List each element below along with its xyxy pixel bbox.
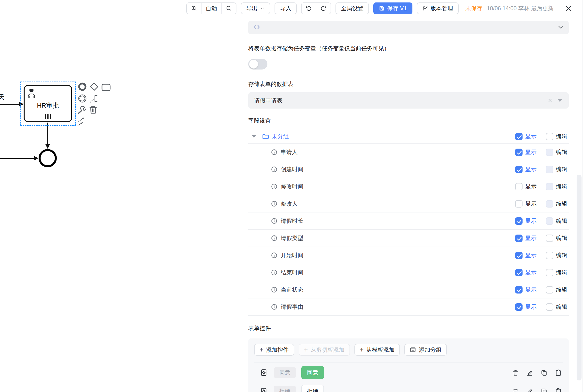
append-end-event-icon[interactable] bbox=[78, 82, 87, 92]
zoom-out-button[interactable] bbox=[221, 3, 236, 14]
widget-row: 拒绝 拒绝 bbox=[254, 382, 563, 392]
store-as-task-var-toggle[interactable] bbox=[248, 59, 267, 70]
show-label: 显示 bbox=[525, 183, 538, 190]
paste-clipboard-icon[interactable] bbox=[555, 388, 562, 392]
show-checkbox[interactable] bbox=[515, 133, 522, 140]
append-gateway-icon[interactable] bbox=[89, 82, 99, 92]
import-button[interactable]: 导入 bbox=[275, 2, 297, 14]
panel-scrollbar[interactable] bbox=[576, 175, 581, 380]
show-checkbox[interactable] bbox=[515, 286, 522, 294]
edit-pencil-icon[interactable] bbox=[526, 388, 533, 392]
show-checkbox[interactable] bbox=[515, 217, 522, 225]
info-icon bbox=[271, 149, 277, 156]
close-button[interactable] bbox=[565, 5, 572, 12]
add-group-button[interactable]: 添加分组 bbox=[404, 344, 447, 356]
edit-checkbox[interactable] bbox=[546, 200, 553, 208]
edit-label: 编辑 bbox=[556, 234, 569, 242]
delete-icon[interactable] bbox=[512, 388, 519, 392]
add-group-label: 添加分组 bbox=[419, 346, 441, 354]
paste-clipboard-icon[interactable] bbox=[555, 369, 562, 376]
append-task-icon[interactable] bbox=[101, 82, 111, 93]
connect-flow-icon[interactable] bbox=[77, 116, 87, 127]
show-checkbox[interactable] bbox=[515, 166, 522, 173]
change-type-wrench-icon[interactable] bbox=[77, 105, 87, 116]
user-task-node[interactable]: HR审批 bbox=[24, 85, 72, 122]
save-button[interactable]: 保存 V1 bbox=[373, 2, 412, 14]
show-checkbox[interactable] bbox=[515, 148, 522, 156]
toolbar: 自动 导出 导入 全局设置 保存 V1 版本管理 未保存 bbox=[186, 2, 572, 14]
code-section-collapsed[interactable] bbox=[248, 21, 569, 34]
redo-button[interactable] bbox=[316, 3, 331, 14]
edit-checkbox[interactable] bbox=[546, 148, 553, 156]
edit-checkbox[interactable] bbox=[546, 183, 553, 190]
zoom-auto-button[interactable]: 自动 bbox=[201, 3, 221, 14]
plus-icon: + bbox=[304, 346, 308, 353]
field-row: 创建时间 显示 编辑 bbox=[248, 161, 569, 178]
chevron-down-icon[interactable] bbox=[557, 24, 564, 31]
global-settings-button[interactable]: 全局设置 bbox=[335, 2, 369, 14]
zoom-auto-label: 自动 bbox=[206, 5, 217, 12]
version-manage-button[interactable]: 版本管理 bbox=[417, 2, 459, 14]
zoom-in-button[interactable] bbox=[187, 3, 201, 14]
edit-checkbox[interactable] bbox=[546, 234, 553, 242]
copy-icon[interactable] bbox=[540, 388, 547, 392]
show-label: 显示 bbox=[525, 166, 538, 173]
end-event-node[interactable] bbox=[39, 149, 57, 167]
show-checkbox[interactable] bbox=[515, 303, 522, 311]
zoom-out-icon bbox=[226, 6, 232, 11]
undo-button[interactable] bbox=[302, 3, 316, 14]
delete-trash-icon[interactable] bbox=[88, 105, 98, 116]
edit-checkbox[interactable] bbox=[546, 217, 553, 225]
plus-icon: + bbox=[260, 346, 263, 353]
widget-preview-button[interactable]: 同意 bbox=[301, 366, 324, 379]
widget-doc-icon bbox=[260, 388, 267, 392]
bpmn-canvas[interactable]: 天 HR审批 bbox=[0, 0, 247, 392]
field-name: 请假时长 bbox=[281, 217, 303, 225]
show-checkbox[interactable] bbox=[515, 183, 522, 190]
add-widget-button[interactable]: + 添加控件 bbox=[254, 344, 294, 356]
show-checkbox[interactable] bbox=[515, 200, 522, 208]
append-intermediate-event-icon[interactable] bbox=[78, 94, 87, 104]
text-annotation-icon[interactable] bbox=[89, 94, 99, 104]
group-name[interactable]: 未分组 bbox=[272, 133, 289, 140]
field-settings-label: 字段设置 bbox=[248, 117, 569, 124]
field-row: 请假时长 显示 编辑 bbox=[248, 212, 569, 230]
widget-preview-button[interactable]: 拒绝 bbox=[301, 385, 324, 392]
edit-checkbox[interactable] bbox=[546, 166, 553, 173]
export-button[interactable]: 导出 bbox=[241, 2, 270, 14]
widget-buttons-row: + 添加控件 + 从剪切板添加 + 从模板添加 添加分组 bbox=[254, 344, 563, 356]
show-label: 显示 bbox=[525, 286, 538, 294]
edit-checkbox[interactable] bbox=[546, 303, 553, 311]
properties-panel: 将表单数据存储为任务变量（任务变量仅当前任务可见） 存储表单的数据表 请假申请表… bbox=[248, 15, 569, 392]
add-from-template-button[interactable]: + 从模板添加 bbox=[354, 344, 400, 356]
select-caret-icon[interactable] bbox=[557, 99, 562, 102]
field-group-row: 未分组 显示 编辑 bbox=[248, 130, 569, 144]
edit-checkbox[interactable] bbox=[546, 286, 553, 294]
flow-condition-label: 天 bbox=[0, 93, 5, 102]
show-checkbox[interactable] bbox=[515, 269, 522, 276]
version-manage-label: 版本管理 bbox=[431, 5, 453, 12]
edit-checkbox[interactable] bbox=[546, 133, 553, 140]
show-checkbox[interactable] bbox=[515, 234, 522, 242]
form-widgets-label: 表单控件 bbox=[248, 324, 569, 332]
save-icon bbox=[379, 6, 385, 11]
edit-checkbox[interactable] bbox=[546, 252, 553, 259]
edit-checkbox[interactable] bbox=[546, 269, 553, 276]
copy-icon[interactable] bbox=[540, 369, 547, 376]
edit-label: 编辑 bbox=[556, 200, 569, 208]
field-row: 修改人 显示 编辑 bbox=[248, 195, 569, 212]
clear-icon[interactable] bbox=[547, 98, 553, 104]
show-label: 显示 bbox=[525, 234, 538, 242]
field-row: 申请人 显示 编辑 bbox=[248, 144, 569, 161]
datasheet-select[interactable]: 请假申请表 bbox=[248, 92, 569, 108]
field-name: 开始时间 bbox=[281, 252, 303, 259]
edit-pencil-icon[interactable] bbox=[526, 369, 533, 376]
folder-plus-icon bbox=[410, 346, 416, 353]
add-from-template-label: 从模板添加 bbox=[366, 346, 394, 354]
edit-label: 编辑 bbox=[556, 183, 569, 190]
show-checkbox[interactable] bbox=[515, 252, 522, 259]
widget-tag: 同意 bbox=[274, 367, 296, 378]
delete-icon[interactable] bbox=[512, 369, 519, 376]
field-name: 申请人 bbox=[281, 148, 298, 156]
collapse-caret-icon[interactable] bbox=[252, 135, 256, 138]
